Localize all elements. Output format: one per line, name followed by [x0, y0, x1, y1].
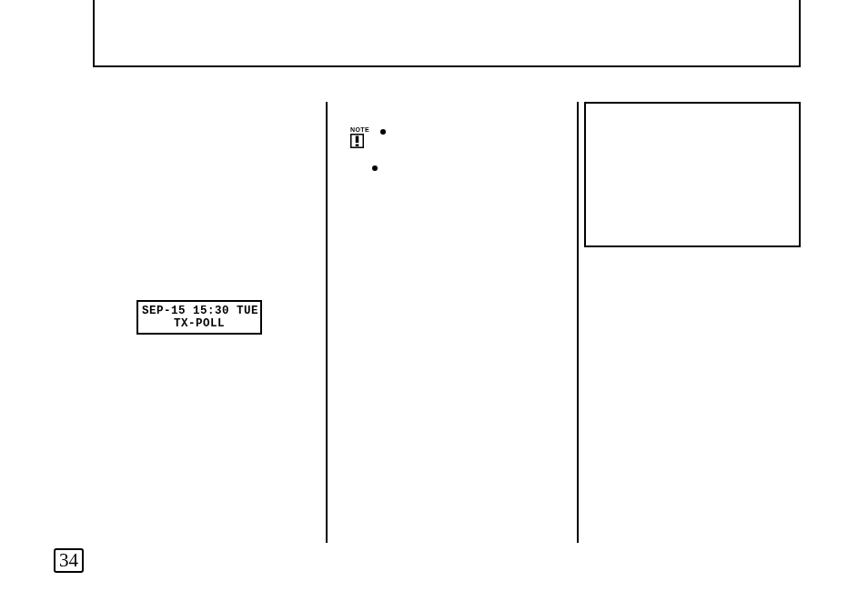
bullet-icon: [372, 165, 378, 171]
column-divider-1: [326, 102, 328, 543]
page-root: NOTE SEP-15 15:30 TUE TX-POLL 34: [0, 0, 868, 601]
column-divider-2: [577, 102, 579, 543]
note-label: NOTE: [350, 126, 367, 133]
note-callout: NOTE: [350, 126, 367, 148]
exclamation-icon: [350, 134, 364, 148]
bullet-icon: [380, 129, 386, 135]
lcd-display: SEP-15 15:30 TUE TX-POLL: [136, 300, 262, 335]
info-box: [584, 102, 801, 247]
lcd-line-1: SEP-15 15:30 TUE: [142, 305, 257, 317]
page-number: 34: [54, 548, 84, 573]
svg-rect-1: [356, 136, 359, 144]
header-frame: [93, 0, 801, 67]
svg-rect-2: [356, 145, 359, 147]
lcd-line-2: TX-POLL: [142, 317, 257, 330]
